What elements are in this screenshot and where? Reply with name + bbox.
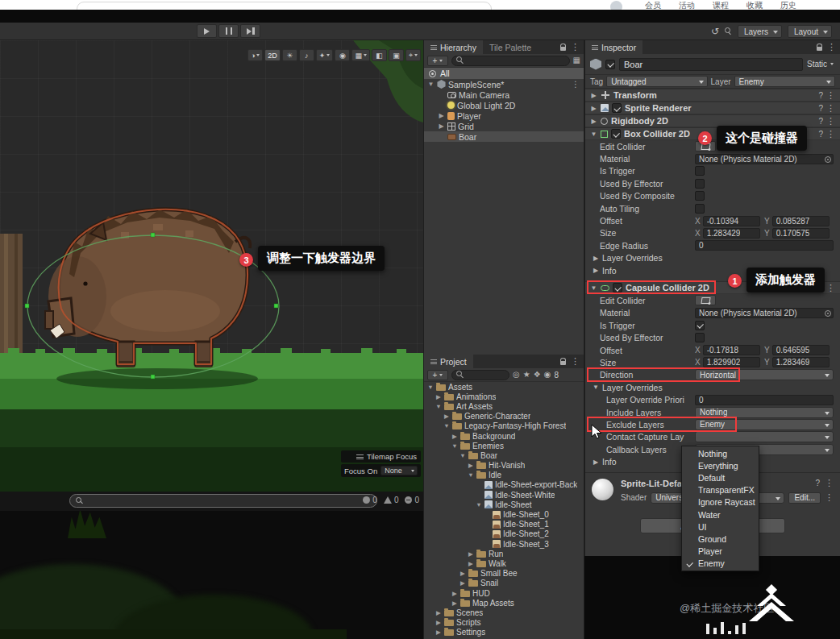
browser-nav-item[interactable]: 课程 xyxy=(713,0,729,10)
browser-nav-item[interactable]: 收藏 xyxy=(746,0,763,10)
edge-radius-field[interactable]: 0 xyxy=(695,240,834,251)
audio-toggle-button[interactable]: ♪ xyxy=(299,49,314,61)
hierarchy-search-input[interactable] xyxy=(451,56,570,66)
project-item-background[interactable]: ▶Background xyxy=(424,431,584,441)
layer-option-default[interactable]: Default xyxy=(682,471,759,483)
draw-mode-button[interactable]: ◑ xyxy=(247,49,263,61)
expand-arrow[interactable]: ▼ xyxy=(460,452,466,459)
project-item-animations[interactable]: ▶Animations xyxy=(424,392,584,401)
layer-option-transparentfx[interactable]: TransparentFX xyxy=(682,484,759,496)
layer-option-player[interactable]: Player xyxy=(682,546,759,558)
expand-arrow[interactable]: ▶ xyxy=(435,609,442,616)
hierarchy-item-boar[interactable]: Boar xyxy=(424,131,584,142)
hierarchy-item-main-camera[interactable]: Main Camera xyxy=(424,89,584,100)
hierarchy-item-grid[interactable]: ▶Grid xyxy=(424,121,584,131)
project-item-settings[interactable]: ▶Settings xyxy=(424,628,584,637)
gameobject-name-field[interactable]: Boar xyxy=(619,58,803,71)
error-counter[interactable]: 0 xyxy=(405,496,419,504)
expand-arrow[interactable]: ▶ xyxy=(468,550,474,558)
help-icon[interactable]: ? xyxy=(815,479,820,488)
project-item-enemies[interactable]: ▼Enemies xyxy=(424,441,584,450)
console-search-input[interactable] xyxy=(69,494,377,508)
browser-search-input[interactable] xyxy=(77,2,492,10)
lock-icon[interactable] xyxy=(817,47,822,51)
more-options-icon[interactable]: ⋮ xyxy=(826,91,835,100)
object-picker-icon[interactable] xyxy=(825,310,831,317)
offset-y-field[interactable]: 0.646595 xyxy=(772,345,830,355)
used-by-composite-checkbox[interactable] xyxy=(695,191,705,201)
layer-dropdown[interactable]: Enemy xyxy=(734,76,835,87)
expand-arrow[interactable]: ▼ xyxy=(435,403,442,410)
more-options-icon[interactable]: ⋮ xyxy=(825,479,834,488)
exclude-layers-dropdown[interactable]: Enemy xyxy=(695,419,834,430)
more-options-icon[interactable]: ⋮ xyxy=(826,104,835,113)
layout-dropdown[interactable]: Layout xyxy=(788,25,832,38)
browser-nav-item[interactable]: 活动 xyxy=(679,0,695,10)
expand-arrow[interactable]: ▶ xyxy=(435,393,442,400)
tag-dropdown[interactable]: Untagged xyxy=(606,76,707,87)
component-header-transform[interactable]: ▶Transform?⋮ xyxy=(585,89,840,102)
project-item-map-assets[interactable]: ▶Map Assets xyxy=(424,598,584,608)
project-item-assets[interactable]: ▼Assets xyxy=(424,382,584,392)
pause-button[interactable] xyxy=(218,24,239,38)
create-button[interactable]: + xyxy=(427,370,448,380)
step-button[interactable] xyxy=(240,24,260,38)
layers-dropdown[interactable]: Layers xyxy=(738,25,782,38)
hierarchy-filter-all[interactable]: All xyxy=(424,68,584,79)
foldout-layer-overrides[interactable]: ▼Layer Overrides xyxy=(585,381,840,393)
project-item-idle-sheet-2[interactable]: Idle-Sheet_2 xyxy=(424,529,584,539)
offset-x-field[interactable]: -0.10394 xyxy=(703,216,760,226)
tab-hierarchy[interactable]: Hierarchy xyxy=(424,40,483,54)
material-field[interactable]: None (Physics Material 2D) xyxy=(695,308,834,318)
is-trigger-checkbox[interactable] xyxy=(695,321,705,330)
material-preview-sphere[interactable] xyxy=(592,479,613,500)
expand-arrow[interactable]: ▼ xyxy=(427,81,435,88)
project-item-idle-sheet-white[interactable]: Idle-Sheet-White xyxy=(424,490,584,500)
expand-arrow[interactable]: ▼ xyxy=(468,471,474,479)
layer-option-water[interactable]: Water xyxy=(682,508,759,521)
more-options-icon[interactable]: ⋮ xyxy=(826,130,835,139)
layer-option-ui[interactable]: UI xyxy=(682,521,759,533)
user-avatar[interactable] xyxy=(610,1,622,10)
project-item-hit-vanish[interactable]: ▶Hit-Vanish xyxy=(424,461,584,471)
warning-counter[interactable]: 0 xyxy=(384,496,399,504)
offset-y-field[interactable]: 0.085287 xyxy=(772,216,830,226)
gameobject-active-checkbox[interactable] xyxy=(605,60,615,69)
layer-option-everything[interactable]: Everything xyxy=(682,459,759,471)
camera-settings-button[interactable]: ▣ xyxy=(389,49,404,61)
project-item-boar[interactable]: ▼Boar xyxy=(424,450,584,460)
expand-arrow[interactable]: ▶ xyxy=(435,629,442,636)
component-tools-button[interactable]: ◧ xyxy=(372,49,387,61)
play-button[interactable] xyxy=(197,24,217,38)
expand-arrow[interactable]: ▶ xyxy=(451,590,458,597)
layer-option-enemy[interactable]: Enemy xyxy=(682,558,759,570)
component-enabled-checkbox[interactable] xyxy=(611,129,621,139)
project-item-walk[interactable]: ▶Walk xyxy=(424,558,584,568)
auto-tiling-checkbox[interactable] xyxy=(695,204,705,214)
contact-capture-lay-dropdown[interactable] xyxy=(695,431,834,442)
focus-on-dropdown[interactable]: None xyxy=(380,466,418,475)
lock-icon[interactable] xyxy=(560,47,566,51)
project-item-snail[interactable]: ▶Snail xyxy=(424,579,584,588)
hierarchy-item-global-light-2d[interactable]: Global Light 2D xyxy=(424,100,584,110)
expand-arrow[interactable]: ▶ xyxy=(468,462,474,469)
more-options-icon[interactable]: ⋮ xyxy=(826,117,835,126)
browser-nav-item[interactable]: 会员 xyxy=(645,0,661,10)
project-item-hud[interactable]: ▶HUD xyxy=(424,588,584,598)
hierarchy-item-samplescene[interactable]: ▼SampleScene*⋮ xyxy=(424,79,584,89)
search-icon[interactable] xyxy=(725,27,732,35)
gizmos-menu-button[interactable]: ⌖ xyxy=(405,49,421,61)
object-picker-icon[interactable] xyxy=(825,156,831,163)
hierarchy-item-player[interactable]: ▶Player xyxy=(424,110,584,121)
panel-options-icon[interactable]: ⋮ xyxy=(571,43,580,52)
project-item-run[interactable]: ▶Run xyxy=(424,549,584,558)
material-field[interactable]: None (Physics Material 2D) xyxy=(695,154,834,164)
item-menu-icon[interactable]: ⋮ xyxy=(572,80,584,89)
layer-override-priori-field[interactable]: 0 xyxy=(695,395,834,405)
sprite-filter-icon[interactable]: ❖ xyxy=(534,371,541,379)
include-layers-dropdown[interactable]: Nothing xyxy=(695,407,834,418)
layer-option-nothing[interactable]: Nothing xyxy=(682,447,759,459)
tab-inspector[interactable]: Inspector xyxy=(585,40,642,54)
project-item-art-assets[interactable]: ▼Art Assets xyxy=(424,401,584,411)
project-item-scripts[interactable]: ▶Scripts xyxy=(424,618,584,628)
